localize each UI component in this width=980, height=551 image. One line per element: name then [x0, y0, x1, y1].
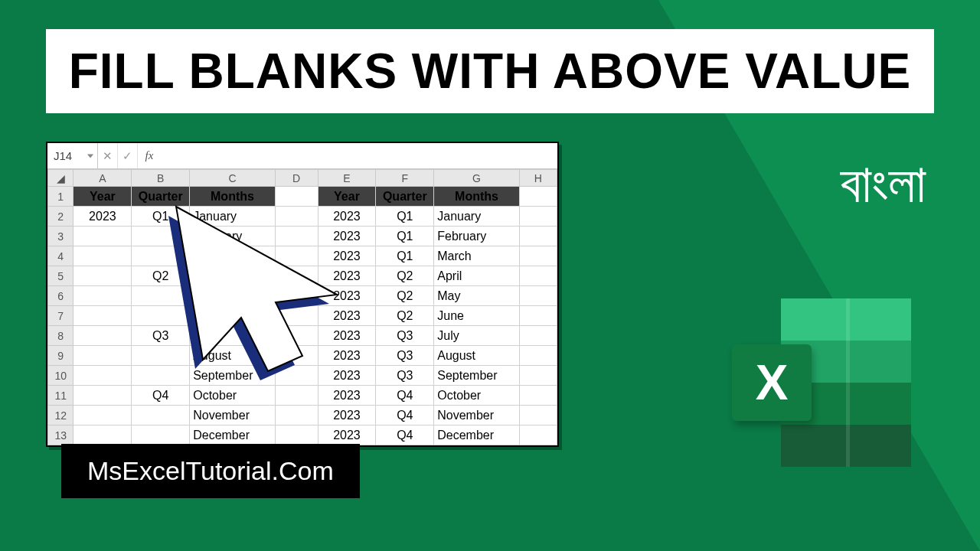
cell[interactable]: June [434, 306, 520, 326]
cell[interactable] [74, 425, 132, 445]
cell[interactable]: Q1 [376, 227, 434, 246]
cell[interactable]: Q2 [132, 266, 190, 286]
cell[interactable] [519, 386, 557, 406]
cell[interactable]: Q3 [132, 326, 190, 346]
cell[interactable] [132, 306, 190, 326]
cell[interactable]: Quarter [376, 187, 434, 207]
cell[interactable]: Months [190, 187, 276, 207]
cell[interactable] [275, 306, 318, 326]
cell[interactable]: 2023 [318, 406, 376, 425]
cell[interactable] [275, 366, 318, 386]
cancel-icon[interactable]: ✕ [98, 143, 118, 168]
cell[interactable]: Q1 [132, 207, 190, 227]
cell[interactable]: October [190, 386, 276, 406]
cell[interactable] [74, 306, 132, 326]
cell[interactable] [275, 425, 318, 445]
cell[interactable] [132, 346, 190, 366]
cell[interactable]: 2023 [318, 326, 376, 346]
cell[interactable]: Quarter [132, 187, 190, 207]
name-box[interactable]: J14 [47, 143, 98, 168]
cell[interactable]: 2023 [318, 286, 376, 306]
row-header[interactable]: 8 [48, 326, 74, 346]
cell[interactable]: November [434, 406, 520, 425]
cell[interactable]: 2023 [318, 246, 376, 266]
cell[interactable] [275, 346, 318, 366]
cell[interactable] [275, 386, 318, 406]
cell[interactable] [275, 187, 318, 207]
cell[interactable]: October [434, 386, 520, 406]
cell[interactable]: Q1 [376, 246, 434, 266]
row-header[interactable]: 4 [48, 246, 74, 266]
cell[interactable]: 2023 [318, 425, 376, 445]
enter-icon[interactable]: ✓ [118, 143, 138, 168]
cell[interactable] [519, 266, 557, 286]
column-header[interactable]: E [318, 170, 376, 187]
cell[interactable] [275, 246, 318, 266]
cell[interactable]: 2023 [318, 266, 376, 286]
row-header[interactable]: 1 [48, 187, 74, 207]
row-header[interactable]: 9 [48, 346, 74, 366]
cell[interactable] [74, 326, 132, 346]
select-all-corner[interactable]: ◢ [48, 170, 74, 187]
cell[interactable] [519, 246, 557, 266]
cell[interactable] [132, 425, 190, 445]
column-header[interactable]: F [376, 170, 434, 187]
cell[interactable]: Q2 [376, 266, 434, 286]
cell[interactable]: Q3 [376, 366, 434, 386]
cell[interactable] [275, 227, 318, 246]
cell[interactable] [519, 425, 557, 445]
cell[interactable] [519, 187, 557, 207]
cell[interactable]: March [190, 246, 276, 266]
cell[interactable]: May [434, 286, 520, 306]
row-header[interactable]: 5 [48, 266, 74, 286]
cell[interactable] [74, 246, 132, 266]
cell[interactable] [275, 326, 318, 346]
column-header[interactable]: H [519, 170, 557, 187]
cell[interactable]: April [434, 266, 520, 286]
cell[interactable]: September [434, 366, 520, 386]
cell[interactable] [275, 406, 318, 425]
cell[interactable]: May [190, 286, 276, 306]
cell[interactable]: August [434, 346, 520, 366]
column-header[interactable]: G [434, 170, 520, 187]
cell[interactable] [132, 286, 190, 306]
cell[interactable]: Q4 [376, 386, 434, 406]
cell[interactable] [74, 227, 132, 246]
cell[interactable]: July [434, 326, 520, 346]
row-header[interactable]: 11 [48, 386, 74, 406]
cell[interactable]: Q1 [376, 207, 434, 227]
column-header[interactable]: C [190, 170, 276, 187]
row-header[interactable]: 10 [48, 366, 74, 386]
cell[interactable]: Year [74, 187, 132, 207]
cell[interactable]: 2023 [318, 306, 376, 326]
cell[interactable]: September [190, 366, 276, 386]
cell[interactable] [74, 346, 132, 366]
cell[interactable] [275, 286, 318, 306]
cell[interactable]: December [434, 425, 520, 445]
cell[interactable] [275, 266, 318, 286]
cell[interactable]: April [190, 266, 276, 286]
cell[interactable] [519, 406, 557, 425]
cell[interactable] [132, 227, 190, 246]
column-header[interactable]: A [74, 170, 132, 187]
cell[interactable]: Q2 [376, 306, 434, 326]
cell[interactable] [74, 286, 132, 306]
cell[interactable] [132, 366, 190, 386]
cell[interactable] [74, 406, 132, 425]
column-header[interactable]: D [275, 170, 318, 187]
cell[interactable] [519, 207, 557, 227]
cell[interactable] [519, 286, 557, 306]
row-header[interactable]: 7 [48, 306, 74, 326]
cell[interactable]: 2023 [318, 346, 376, 366]
cell[interactable] [519, 346, 557, 366]
cell[interactable]: Q2 [376, 286, 434, 306]
fx-icon[interactable]: fx [138, 149, 161, 162]
cell[interactable] [275, 207, 318, 227]
cell[interactable]: November [190, 406, 276, 425]
cell[interactable] [74, 366, 132, 386]
cell[interactable]: 2023 [74, 207, 132, 227]
cell[interactable] [519, 366, 557, 386]
cell[interactable] [74, 386, 132, 406]
cell[interactable]: July [190, 326, 276, 346]
cell[interactable] [519, 326, 557, 346]
